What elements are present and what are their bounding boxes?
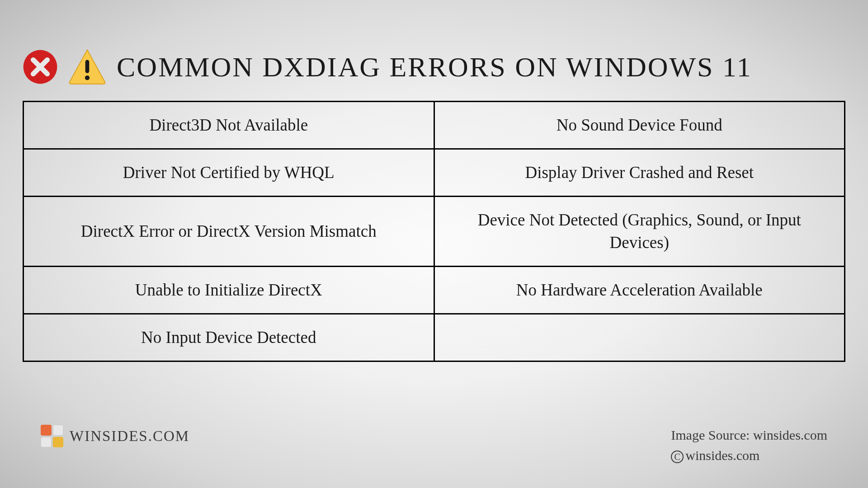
page-title: COMMON DXDIAG ERRORS ON WINDOWS 11 xyxy=(117,51,752,83)
table-row: Direct3D Not Available No Sound Device F… xyxy=(24,102,845,149)
brand-text: WINSIDES.COM xyxy=(70,428,189,445)
cell: No Hardware Acceleration Available xyxy=(434,266,845,314)
table-row: DirectX Error or DirectX Version Mismatc… xyxy=(24,196,845,266)
svg-rect-1 xyxy=(85,60,90,73)
cell: No Sound Device Found xyxy=(434,102,845,149)
svg-point-2 xyxy=(85,75,90,80)
error-icon xyxy=(23,49,58,84)
brand: WINSIDES.COM xyxy=(41,425,189,447)
table-row: No Input Device Detected xyxy=(24,314,845,361)
header: COMMON DXDIAG ERRORS ON WINDOWS 11 xyxy=(0,0,868,86)
brand-logo-icon xyxy=(41,425,63,447)
cell: No Input Device Detected xyxy=(24,314,434,361)
attribution: Image Source: winsides.com Cwinsides.com xyxy=(671,425,827,465)
copyright-text: winsides.com xyxy=(685,448,760,463)
cell: DirectX Error or DirectX Version Mismatc… xyxy=(24,196,434,266)
cell xyxy=(434,314,845,361)
footer: WINSIDES.COM Image Source: winsides.com … xyxy=(0,425,868,465)
copyright: Cwinsides.com xyxy=(671,445,827,465)
errors-table: Direct3D Not Available No Sound Device F… xyxy=(23,101,845,362)
table-row: Unable to Initialize DirectX No Hardware… xyxy=(24,266,845,314)
copyright-icon: C xyxy=(671,450,684,463)
cell: Unable to Initialize DirectX xyxy=(24,266,434,314)
cell: Device Not Detected (Graphics, Sound, or… xyxy=(434,196,845,266)
cell: Direct3D Not Available xyxy=(24,102,434,149)
warning-icon xyxy=(68,47,107,86)
image-source: Image Source: winsides.com xyxy=(671,425,827,445)
table-row: Driver Not Certified by WHQL Display Dri… xyxy=(24,149,845,196)
cell: Driver Not Certified by WHQL xyxy=(24,149,434,196)
cell: Display Driver Crashed and Reset xyxy=(434,149,845,196)
